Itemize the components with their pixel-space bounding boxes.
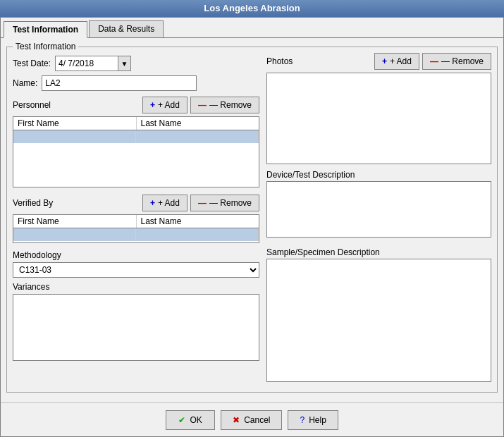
cancel-icon: ✖ — [233, 415, 240, 425]
name-label: Name: — [13, 78, 37, 88]
photos-section: Photos + + Add — — Remove — [266, 53, 491, 164]
title-bar: Los Angeles Abrasion — [0, 0, 504, 17]
verified-by-label: Verified By — [13, 198, 53, 208]
date-field: ▼ — [55, 56, 131, 71]
personnel-col-first: First Name — [13, 117, 137, 130]
personnel-cell-first — [13, 130, 136, 143]
verified-by-grid: First Name Last Name — [13, 214, 259, 243]
photos-label: Photos — [266, 56, 293, 66]
tab-data-results[interactable]: Data & Results — [89, 20, 164, 37]
test-date-input[interactable] — [55, 56, 118, 71]
verified-by-header: Verified By + + Add — — Remove — [13, 195, 259, 211]
test-date-label: Test Date: — [13, 59, 51, 68]
dialog-body: Test Information Data & Results Test Inf… — [0, 17, 504, 437]
verified-by-grid-header: First Name Last Name — [13, 215, 259, 228]
footer: ✔ OK ✖ Cancel ? Help — [1, 402, 503, 436]
verified-col-first: First Name — [13, 215, 137, 228]
ok-icon: ✔ — [178, 415, 185, 425]
ok-button[interactable]: ✔ OK — [166, 410, 215, 430]
verified-add-button[interactable]: + + Add — [142, 195, 188, 211]
verified-col-last: Last Name — [137, 215, 259, 228]
cancel-label: Cancel — [244, 415, 270, 425]
variances-label: Variances — [13, 282, 255, 292]
personnel-grid: First Name Last Name — [13, 116, 259, 187]
personnel-col-last: Last Name — [137, 117, 259, 130]
personnel-add-button[interactable]: + + Add — [142, 97, 188, 113]
photos-header: Photos + + Add — — Remove — [266, 53, 491, 70]
verified-remove-button[interactable]: — — Remove — [190, 195, 259, 211]
photos-area — [266, 73, 491, 164]
test-information-group: Test Information Test Date: ▼ — [6, 47, 498, 393]
verified-by-section: Verified By + + Add — — Remove — [13, 195, 259, 243]
left-panel: Test Date: ▼ Name: Person — [13, 53, 259, 386]
sample-specimen-desc-label: Sample/Specimen Description — [266, 247, 491, 257]
window-title: Los Angeles Abrasion — [204, 3, 300, 13]
photos-add-button[interactable]: + + Add — [374, 53, 419, 70]
ok-label: OK — [190, 415, 202, 425]
right-panel: Photos + + Add — — Remove — [266, 53, 491, 386]
variances-section: Variances — [13, 282, 259, 361]
cancel-button[interactable]: ✖ Cancel — [221, 410, 282, 430]
personnel-grid-header: First Name Last Name — [13, 117, 259, 130]
device-test-desc-input[interactable] — [266, 181, 491, 238]
verified-cell-last — [136, 228, 259, 241]
device-test-desc-section: Device/Test Description — [266, 170, 491, 238]
device-test-desc-label: Device/Test Description — [266, 170, 491, 180]
sample-specimen-desc-input[interactable] — [266, 259, 491, 382]
help-icon: ? — [300, 415, 305, 425]
personnel-grid-body — [13, 130, 259, 187]
methodology-section: Methodology C131-03 — [13, 250, 259, 278]
methodology-select[interactable]: C131-03 — [13, 262, 259, 278]
personnel-selected-row[interactable] — [13, 130, 259, 143]
personnel-section: Personnel + + Add — — Remove — [13, 97, 259, 187]
help-label: Help — [309, 415, 326, 425]
test-date-row: Test Date: ▼ — [13, 56, 259, 71]
tab-content-test-information: Test Information Test Date: ▼ — [1, 38, 503, 402]
photos-remove-button[interactable]: — — Remove — [422, 53, 491, 70]
personnel-cell-last — [136, 130, 259, 143]
tab-bar: Test Information Data & Results — [1, 18, 503, 38]
variances-input[interactable] — [13, 294, 259, 361]
verified-selected-row[interactable] — [13, 228, 259, 241]
personnel-header: Personnel + + Add — — Remove — [13, 97, 259, 113]
name-input[interactable] — [42, 75, 197, 91]
methodology-label: Methodology — [13, 250, 255, 260]
sample-specimen-desc-section: Sample/Specimen Description — [266, 247, 491, 382]
verified-by-grid-body — [13, 228, 259, 242]
help-button[interactable]: ? Help — [288, 410, 338, 430]
personnel-label: Personnel — [13, 100, 51, 110]
verified-cell-first — [13, 228, 136, 241]
date-dropdown-button[interactable]: ▼ — [118, 56, 131, 71]
personnel-remove-button[interactable]: — — Remove — [190, 97, 259, 113]
name-row: Name: — [13, 75, 259, 91]
group-box-label: Test Information — [13, 42, 78, 51]
tab-test-information[interactable]: Test Information — [4, 21, 87, 38]
